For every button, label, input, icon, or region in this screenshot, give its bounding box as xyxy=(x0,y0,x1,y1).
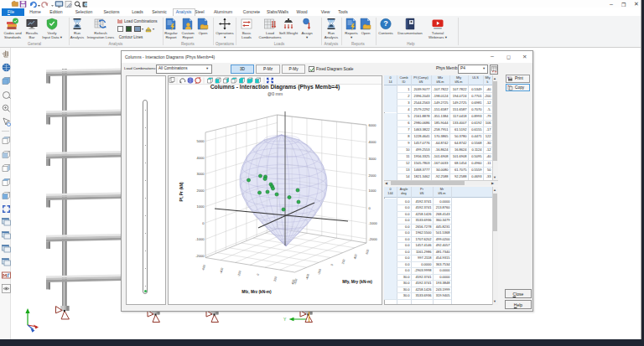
svg-text:3000: 3000 xyxy=(197,172,205,176)
svg-text:3000: 3000 xyxy=(369,157,377,161)
svg-text:Pf, Pr (kN): Pf, Pr (kN) xyxy=(179,182,184,202)
svg-text:Y: Y xyxy=(283,317,287,322)
svg-text:-200: -200 xyxy=(317,269,322,276)
svg-text:1000: 1000 xyxy=(197,204,205,209)
svg-text:1000: 1000 xyxy=(369,188,377,193)
svg-text:-2000: -2000 xyxy=(195,254,205,258)
svg-text:4000: 4000 xyxy=(369,140,377,144)
svg-text:Mfy, Mry (kN-m): Mfy, Mry (kN-m) xyxy=(342,280,372,284)
svg-text:2000: 2000 xyxy=(369,173,377,178)
svg-text:0: 0 xyxy=(369,206,371,210)
svg-text:6000: 6000 xyxy=(369,123,377,127)
svg-text:Mfz, Mrz (kN-m): Mfz, Mrz (kN-m) xyxy=(242,290,272,294)
svg-text:-600: -600 xyxy=(201,265,206,271)
svg-text:600: 600 xyxy=(366,249,370,255)
svg-text:400: 400 xyxy=(353,254,357,260)
svg-text:0: 0 xyxy=(202,221,205,225)
svg-text:4000: 4000 xyxy=(197,156,205,160)
svg-text:0: 0 xyxy=(256,273,259,276)
svg-text:200: 200 xyxy=(341,259,345,265)
svg-text:-400: -400 xyxy=(220,267,225,274)
svg-text:0: 0 xyxy=(330,264,334,266)
svg-text:200: 200 xyxy=(273,276,278,282)
svg-text:-1000: -1000 xyxy=(369,221,378,225)
svg-text:2000: 2000 xyxy=(197,188,205,193)
svg-text:-400: -400 xyxy=(305,273,310,280)
svg-text:?: ? xyxy=(383,19,388,28)
svg-text:-1000: -1000 xyxy=(195,237,205,241)
svg-text:-600: -600 xyxy=(293,278,299,285)
svg-text:-200: -200 xyxy=(237,271,242,277)
svg-text:-2000: -2000 xyxy=(369,237,378,241)
svg-text:5000: 5000 xyxy=(197,139,205,143)
